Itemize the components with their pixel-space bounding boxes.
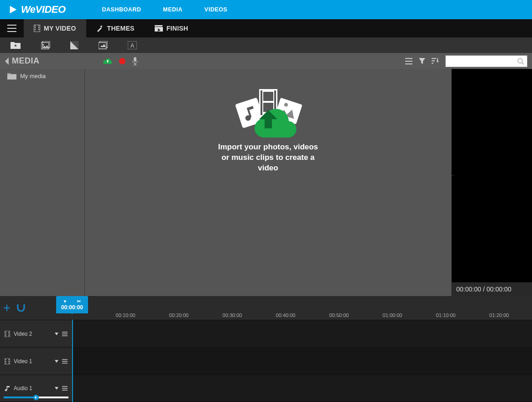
svg-rect-5 <box>38 27 39 28</box>
svg-rect-36 <box>9 335 10 336</box>
svg-rect-32 <box>5 333 6 334</box>
search-box[interactable] <box>445 55 527 67</box>
split-icon[interactable]: ✂ <box>77 299 81 304</box>
svg-rect-16 <box>134 57 136 62</box>
track-caret-icon[interactable] <box>55 360 58 363</box>
svg-rect-43 <box>9 363 10 364</box>
graphics-icon[interactable] <box>99 41 108 49</box>
svg-rect-45 <box>7 386 8 390</box>
nav-media[interactable]: MEDIA <box>163 6 183 13</box>
resize-handle-icon[interactable]: ⋮ <box>450 173 455 179</box>
nav-dashboard[interactable]: DASHBOARD <box>102 6 141 13</box>
wand-icon <box>96 25 104 32</box>
track-video-2: Video 2 <box>0 320 532 347</box>
ruler-label: 00:20:00 <box>169 312 189 318</box>
svg-text:A: A <box>130 42 134 49</box>
import-hero[interactable]: Import your photos, videos or music clip… <box>214 88 323 174</box>
preview-time-display: 00:00:00 / 00:00:00 <box>452 282 532 296</box>
play-logo-icon <box>8 5 18 15</box>
tab-finish[interactable]: FINISH <box>145 19 198 37</box>
filmstrip-icon <box>34 25 40 32</box>
media-strip: MEDIA <box>0 53 532 69</box>
playhead-handle[interactable]: ▾ ✂ 00:00:00 <box>56 296 88 313</box>
preview-canvas[interactable]: ⋮ <box>452 69 532 282</box>
track-body[interactable] <box>72 348 532 375</box>
timeline-ruler-row: ▾ ✂ 00:00:00 00:10:00 00:20:00 00:30:00 … <box>0 296 532 320</box>
track-caret-icon[interactable] <box>55 333 58 335</box>
svg-point-11 <box>43 44 44 46</box>
starred-folder-icon[interactable] <box>10 41 21 49</box>
svg-rect-6 <box>38 29 39 30</box>
track-menu-icon[interactable] <box>62 332 68 336</box>
ruler-label: 00:30:00 <box>223 312 242 318</box>
track-label: Audio 1 <box>14 385 51 391</box>
cloud-upload-icon[interactable] <box>103 58 113 65</box>
images-icon[interactable] <box>41 41 50 49</box>
track-video-1: Video 1 <box>0 347 532 375</box>
tab-themes-label: THEMES <box>107 25 135 32</box>
add-track-button[interactable] <box>4 305 10 311</box>
search-input[interactable] <box>449 56 517 67</box>
svg-rect-33 <box>5 335 6 336</box>
tab-my-video[interactable]: MY VIDEO <box>24 19 86 37</box>
list-view-icon[interactable] <box>405 58 412 64</box>
track-label: Video 2 <box>14 331 51 337</box>
project-tab-bar: MY VIDEO THEMES FINISH <box>0 19 532 37</box>
media-label: MEDIA <box>12 56 40 66</box>
track-caret-icon[interactable] <box>55 387 58 390</box>
import-hero-text: Import your photos, videos or music clip… <box>214 142 323 174</box>
track-menu-icon[interactable] <box>62 359 68 364</box>
nav-videos[interactable]: VIDEOS <box>204 6 227 13</box>
svg-rect-24 <box>261 90 262 115</box>
tree-item-my-media[interactable]: My media <box>0 69 84 83</box>
tree-item-label: My media <box>20 73 46 79</box>
svg-rect-17 <box>135 63 136 65</box>
transition-icon[interactable] <box>70 41 78 49</box>
track-label: Video 1 <box>14 358 51 365</box>
svg-rect-34 <box>9 332 10 333</box>
ruler-label: 01:10:00 <box>436 312 456 318</box>
preview-pane: ⋮ 00:00:00 / 00:00:00 <box>452 69 532 296</box>
svg-rect-41 <box>9 359 10 360</box>
svg-rect-40 <box>5 363 6 364</box>
svg-rect-2 <box>35 27 36 28</box>
library-tool-row: A <box>0 37 532 53</box>
filter-icon[interactable] <box>419 58 425 64</box>
ruler-label: 00:50:00 <box>329 312 349 318</box>
import-hero-icon <box>225 88 312 138</box>
ruler-label: 00:10:00 <box>116 312 136 318</box>
track-body[interactable] <box>72 375 532 402</box>
app-logo[interactable]: WeVIDEO <box>8 4 66 16</box>
magnet-snap-button[interactable] <box>16 304 26 312</box>
track-body[interactable] <box>72 320 532 347</box>
media-back-button[interactable]: MEDIA <box>5 56 40 66</box>
svg-rect-1 <box>35 26 36 26</box>
sort-icon[interactable] <box>432 58 439 64</box>
microphone-icon[interactable] <box>132 57 138 65</box>
media-library[interactable]: Import your photos, videos or music clip… <box>85 69 452 296</box>
top-app-bar: WeVIDEO DASHBOARD MEDIA VIDEOS <box>0 0 532 19</box>
ruler-label: 01:00:00 <box>383 312 402 318</box>
svg-rect-26 <box>263 92 273 101</box>
marker-icon[interactable]: ▾ <box>64 299 66 304</box>
svg-rect-31 <box>5 332 6 333</box>
top-nav: DASHBOARD MEDIA VIDEOS <box>102 6 228 13</box>
track-head: Video 1 <box>0 348 72 375</box>
video-track-icon <box>5 331 10 337</box>
timeline-ruler[interactable]: ▾ ✂ 00:00:00 00:10:00 00:20:00 00:30:00 … <box>72 296 532 320</box>
track-volume-slider[interactable] <box>4 395 68 400</box>
svg-rect-42 <box>9 361 10 362</box>
video-track-icon <box>5 358 10 365</box>
text-icon[interactable]: A <box>128 41 137 49</box>
svg-rect-18 <box>133 65 137 65</box>
menu-hamburger-icon[interactable] <box>0 19 24 37</box>
tab-themes[interactable]: THEMES <box>86 19 145 37</box>
timeline: ▾ ✂ 00:00:00 00:10:00 00:20:00 00:30:00 … <box>0 296 532 402</box>
chevron-left-icon <box>5 58 9 65</box>
svg-rect-39 <box>5 361 6 362</box>
track-menu-icon[interactable] <box>62 386 68 391</box>
svg-rect-35 <box>9 333 10 334</box>
record-icon[interactable] <box>119 58 125 64</box>
middle-region: My media <box>0 69 532 296</box>
track-head: Audio 1 <box>0 375 72 402</box>
